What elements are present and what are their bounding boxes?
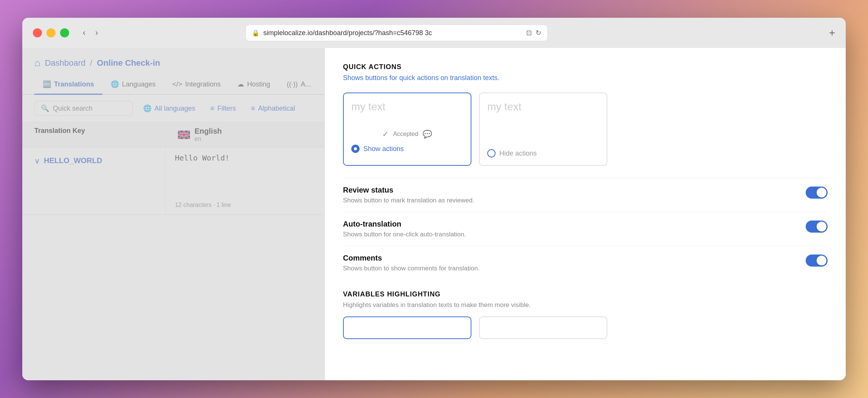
hide-actions-label: Hide actions bbox=[499, 150, 537, 157]
traffic-lights bbox=[33, 28, 69, 37]
url-text: simplelocalize.io/dashboard/projects/?ha… bbox=[263, 29, 522, 37]
setting-comments: Comments Shows button to show comments f… bbox=[343, 246, 828, 280]
vars-preview bbox=[343, 316, 828, 339]
preview-actions-show: ✓ Accepted 💬 bbox=[351, 130, 463, 139]
comments-toggle[interactable] bbox=[806, 255, 828, 267]
hide-actions-radio-btn[interactable] bbox=[487, 149, 496, 157]
auto-translation-desc: Shows button for one-click auto-translat… bbox=[343, 231, 806, 238]
show-actions-radio[interactable]: Show actions bbox=[351, 145, 463, 153]
back-button[interactable]: ‹ bbox=[80, 26, 88, 39]
hide-actions-radio[interactable]: Hide actions bbox=[487, 149, 599, 157]
vars-card-show[interactable] bbox=[343, 316, 471, 339]
quick-actions-desc: Shows buttons for quick actions on trans… bbox=[343, 74, 828, 82]
minimize-button[interactable] bbox=[46, 28, 56, 37]
panel-overlay bbox=[22, 48, 324, 380]
variables-title: VARIABLES HIGHLIGHTING bbox=[343, 290, 828, 298]
show-actions-card[interactable]: my text ✓ Accepted 💬 Show actions bbox=[343, 93, 471, 166]
section-divider: VARIABLES HIGHLIGHTING Highlights variab… bbox=[343, 290, 828, 309]
auto-translation-name: Auto-translation bbox=[343, 220, 806, 228]
nav-buttons: ‹ › bbox=[80, 26, 101, 39]
setting-auto-translation: Auto-translation Shows button for one-cl… bbox=[343, 212, 828, 246]
new-tab-button[interactable]: + bbox=[829, 27, 835, 39]
reload-icon[interactable]: ↻ bbox=[536, 29, 541, 37]
settings-list: Review status Shows button to mark trans… bbox=[343, 178, 828, 280]
hide-actions-card[interactable]: my text Hide actions bbox=[479, 93, 607, 166]
comments-desc: Shows button to show comments for transl… bbox=[343, 265, 806, 272]
hide-preview-text: my text bbox=[487, 101, 599, 123]
comment-icon: 💬 bbox=[423, 130, 432, 139]
accepted-label: Accepted bbox=[393, 131, 419, 137]
review-status-desc: Shows button to mark translation as revi… bbox=[343, 197, 806, 204]
address-bar[interactable]: 🔒 simplelocalize.io/dashboard/projects/?… bbox=[246, 25, 548, 41]
forward-button[interactable]: › bbox=[92, 26, 101, 39]
setting-review-status: Review status Shows button to mark trans… bbox=[343, 178, 828, 212]
maximize-button[interactable] bbox=[60, 28, 69, 37]
browser-window: ‹ › 🔒 simplelocalize.io/dashboard/projec… bbox=[22, 18, 846, 380]
review-status-name: Review status bbox=[343, 186, 806, 194]
lock-icon: 🔒 bbox=[252, 29, 259, 37]
close-button[interactable] bbox=[33, 28, 42, 37]
vars-card-hide[interactable] bbox=[479, 316, 607, 339]
check-circle-icon: ✓ bbox=[382, 130, 389, 139]
setting-auto-info: Auto-translation Shows button for one-cl… bbox=[343, 220, 806, 238]
main-content: ⌂ Dashboard / Online Check-in 🔤 Translat… bbox=[22, 48, 846, 380]
title-bar: ‹ › 🔒 simplelocalize.io/dashboard/projec… bbox=[22, 18, 846, 48]
comments-name: Comments bbox=[343, 254, 806, 262]
show-actions-label: Show actions bbox=[363, 145, 404, 153]
show-preview-text: my text bbox=[351, 101, 463, 123]
preview-cards: my text ✓ Accepted 💬 Show actions my tex… bbox=[343, 93, 828, 166]
show-actions-radio-btn[interactable] bbox=[351, 145, 360, 153]
left-panel: ⌂ Dashboard / Online Check-in 🔤 Translat… bbox=[22, 48, 324, 380]
setting-review-info: Review status Shows button to mark trans… bbox=[343, 186, 806, 204]
variables-desc: Highlights variables in translation text… bbox=[343, 301, 828, 309]
translate-icon: ⊡ bbox=[526, 29, 532, 37]
setting-comments-info: Comments Shows button to show comments f… bbox=[343, 254, 806, 272]
auto-translation-toggle[interactable] bbox=[806, 221, 828, 233]
right-panel: QUICK ACTIONS Shows buttons for quick ac… bbox=[324, 48, 846, 380]
quick-actions-title: QUICK ACTIONS bbox=[343, 63, 828, 71]
review-status-toggle[interactable] bbox=[806, 187, 828, 199]
